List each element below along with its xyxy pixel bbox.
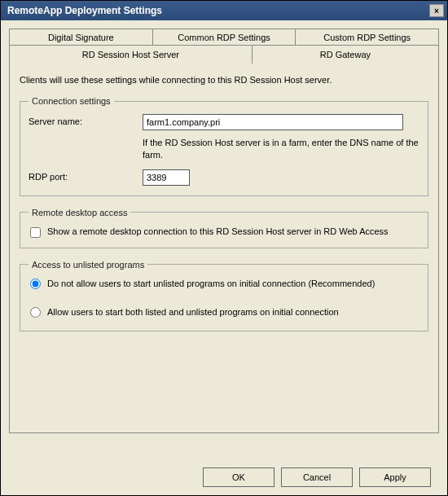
server-name-control: [143, 114, 419, 130]
tab-rd-gateway[interactable]: RD Gateway: [252, 45, 439, 64]
close-icon[interactable]: ×: [429, 4, 444, 17]
tab-container: Digital Signature Common RDP Settings Cu…: [9, 29, 439, 459]
dialog-window: RemoteApp Deployment Settings × Digital …: [0, 0, 448, 496]
rdweb-access-label: Show a remote desktop connection to this…: [47, 226, 419, 238]
row-rdp-port: RDP port:: [29, 169, 419, 186]
content-area: Digital Signature Common RDP Settings Cu…: [1, 20, 447, 495]
tab-common-rdp-settings[interactable]: Common RDP Settings: [152, 29, 296, 46]
row-server-name: Server name:: [29, 114, 419, 130]
titlebar: RemoteApp Deployment Settings ×: [1, 1, 447, 20]
rdp-port-label: RDP port:: [29, 169, 143, 182]
radio-disallow-label: Do not allow users to start unlisted pro…: [47, 278, 419, 290]
tab-custom-rdp-settings[interactable]: Custom RDP Settings: [295, 29, 439, 46]
row-radio-allow: Allow users to start both listed and unl…: [29, 306, 419, 318]
rdp-port-control: [143, 169, 419, 186]
tab-panel: Clients will use these settings while co…: [9, 63, 439, 433]
tab-row-upper: Digital Signature Common RDP Settings Cu…: [9, 29, 439, 46]
cancel-button[interactable]: Cancel: [281, 467, 353, 487]
server-name-hint: If the RD Session Host server is in a fa…: [143, 137, 419, 161]
group-connection-settings: Connection settings Server name: If the …: [20, 96, 428, 196]
titlebar-buttons: ×: [428, 4, 444, 17]
rdp-port-input[interactable]: [143, 169, 190, 186]
apply-button[interactable]: Apply: [359, 467, 431, 487]
group-connection-legend: Connection settings: [29, 96, 114, 106]
radio-disallow-unlisted[interactable]: [30, 279, 41, 289]
button-bar: OK Cancel Apply: [9, 459, 439, 495]
group-unlisted-programs: Access to unlisted programs Do not allow…: [20, 260, 428, 332]
server-name-label: Server name:: [29, 114, 143, 126]
group-unlisted-legend: Access to unlisted programs: [29, 260, 147, 270]
tab-rd-session-host-server[interactable]: RD Session Host Server: [9, 45, 253, 64]
server-name-input[interactable]: [143, 114, 403, 130]
panel-description: Clients will use these settings while co…: [20, 75, 428, 85]
radio-allow-unlisted[interactable]: [30, 307, 41, 318]
tab-row-lower: RD Session Host Server RD Gateway: [9, 45, 439, 64]
row-radio-disallow: Do not allow users to start unlisted pro…: [29, 278, 419, 290]
rdweb-access-checkbox[interactable]: [30, 227, 41, 238]
window-title: RemoteApp Deployment Settings: [7, 5, 162, 16]
radio-allow-label: Allow users to start both listed and unl…: [47, 306, 419, 318]
row-rdweb-checkbox: Show a remote desktop connection to this…: [29, 226, 419, 238]
group-remote-access-legend: Remote desktop access: [29, 208, 130, 217]
group-remote-desktop-access: Remote desktop access Show a remote desk…: [20, 208, 428, 248]
ok-button[interactable]: OK: [203, 467, 275, 487]
tab-digital-signature[interactable]: Digital Signature: [9, 29, 153, 46]
